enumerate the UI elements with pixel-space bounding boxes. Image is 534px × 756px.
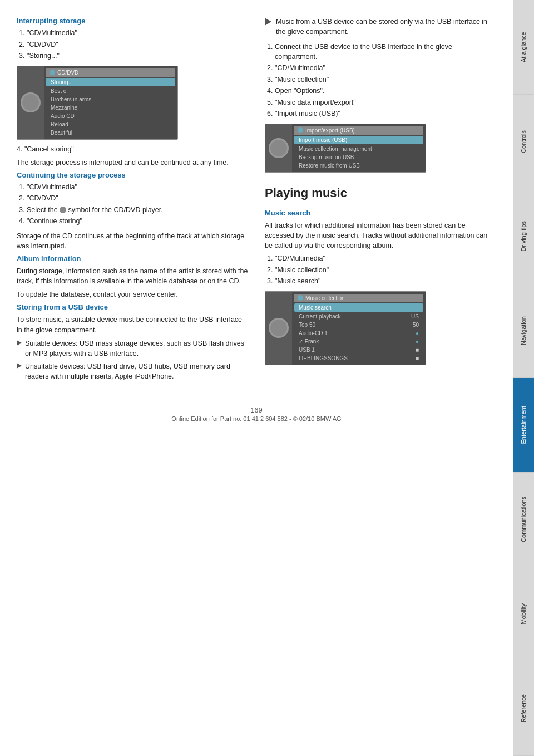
sidebar: At a glanceControlsDriving tipsNavigatio…	[513, 0, 534, 756]
sidebar-tab-driving-tips[interactable]: Driving tips	[513, 189, 534, 284]
dvd-item-2: Brothers in arms	[46, 95, 175, 104]
usb-right-steps: Connect the USB device to the USB interf…	[265, 42, 496, 119]
disc-graphic	[269, 138, 289, 158]
list-item: "Music data import/export"	[275, 98, 496, 108]
cd-symbol-icon	[60, 207, 66, 213]
sidebar-tab-reference[interactable]: Reference	[513, 661, 534, 756]
usb-para1: To store music, a suitable device must b…	[17, 315, 248, 335]
bullet-triangle-icon	[17, 363, 22, 369]
edition-text: Online Edition for Part no. 01 41 2 604 …	[17, 415, 496, 422]
list-item: "Import music (USB)"	[275, 109, 496, 119]
music-item-0: Music search	[294, 303, 423, 312]
dvd-title-text: CD/DVD	[57, 70, 78, 76]
dvd-screen-image: CD/DVD Storing... Best of Brothers in ar…	[17, 66, 178, 140]
import-item-0: Import music (USB)	[294, 136, 423, 144]
list-item: Open "Options".	[275, 86, 496, 96]
import-menu-area: Import/export (USB) Import music (USB) M…	[292, 124, 426, 172]
continuing-note: Storage of the CD continues at the begin…	[17, 231, 248, 251]
disc-side	[265, 124, 292, 172]
dvd-item-3: Mezzanine	[46, 104, 175, 112]
album-para2: To update the database, contact your ser…	[17, 289, 248, 300]
note-triangle-icon	[265, 18, 271, 26]
dvd-item-4: Audio CD	[46, 112, 175, 120]
dvd-item-1: Best of	[46, 87, 175, 95]
album-heading: Album information	[17, 254, 248, 263]
list-item: "Continue storing"	[27, 217, 248, 227]
step4-label: 4. "Cancel storing"	[17, 144, 248, 154]
music-title-text: Music collection	[305, 295, 345, 301]
playing-music-heading: Playing music	[265, 186, 496, 203]
dvd-item-6: Beautiful	[46, 129, 175, 137]
music-title-bar: Music collection	[294, 294, 423, 302]
usb-heading: Storing from a USB device	[17, 303, 248, 311]
import-title-text: Import/export (USB)	[305, 127, 355, 134]
dvd-menu-area: CD/DVD Storing... Best of Brothers in ar…	[44, 66, 177, 139]
interrupting-steps: "CD/Multimedia" "CD/DVD" "Storing..."	[17, 28, 248, 61]
music-item-6: LIEBLINGSSONGS ■	[294, 354, 423, 362]
note-text: Music from a USB device can be stored on…	[276, 17, 496, 37]
list-item: "CD/DVD"	[27, 194, 248, 204]
import-icon	[298, 127, 303, 133]
page-number: 169	[17, 406, 496, 414]
sidebar-tab-mobility[interactable]: Mobility	[513, 567, 534, 662]
list-item: Select the symbol for the CD/DVD player.	[27, 205, 248, 215]
dvd-title-bar: CD/DVD	[46, 68, 175, 77]
usb-bullet-2: Unsuitable devices: USB hard drive, USB …	[17, 361, 248, 381]
music-search-section: Music search All tracks for which additi…	[265, 209, 496, 365]
dvd-icon	[50, 70, 55, 75]
interrupting-note: The storage process is interrupted and c…	[17, 158, 248, 168]
music-item-3: Audio-CD 1 ●	[294, 329, 423, 337]
list-item: "Storing..."	[27, 51, 248, 61]
usb-note-box: Music from a USB device can be stored on…	[265, 17, 496, 37]
usb-bullet-1: Suitable devices: USB mass storage devic…	[17, 338, 248, 359]
import-title-bar: Import/export (USB)	[294, 126, 423, 135]
music-icon	[298, 295, 303, 301]
bullet-triangle-icon	[17, 340, 22, 346]
import-screen-image: Import/export (USB) Import music (USB) M…	[265, 124, 426, 173]
list-item: Connect the USB device to the USB interf…	[275, 42, 496, 62]
music-search-steps: "CD/Multimedia" "Music collection" "Musi…	[265, 254, 496, 287]
interrupting-section: Interrupting storage "CD/Multimedia" "CD…	[17, 17, 248, 168]
disc-graphic	[269, 318, 289, 338]
music-item-4: ✓ Frank ●	[294, 337, 423, 346]
music-screen-image: Music collection Music search Current pl…	[265, 291, 426, 365]
sidebar-tab-communications[interactable]: Communications	[513, 473, 534, 567]
sidebar-tab-at-a-glance[interactable]: At a glance	[513, 0, 534, 95]
sidebar-tab-navigation[interactable]: Navigation	[513, 283, 534, 378]
continuing-steps: "CD/Multimedia" "CD/DVD" Select the symb…	[17, 183, 248, 227]
dvd-item-5: Reload	[46, 120, 175, 129]
main-content: Interrupting storage "CD/Multimedia" "CD…	[0, 0, 513, 756]
list-item: "Music collection"	[275, 75, 496, 85]
right-column: Music from a USB device can be stored on…	[265, 17, 496, 384]
album-section: Album information During storage, inform…	[17, 254, 248, 300]
list-item: "CD/Multimedia"	[27, 28, 248, 38]
left-column: Interrupting storage "CD/Multimedia" "CD…	[17, 17, 248, 384]
list-item: "Music search"	[275, 277, 496, 287]
list-item: "Music collection"	[275, 266, 496, 276]
music-item-5: USB 1 ■	[294, 346, 423, 354]
page-footer: 169 Online Edition for Part no. 01 41 2 …	[17, 401, 496, 422]
two-column-layout: Interrupting storage "CD/Multimedia" "CD…	[17, 17, 496, 384]
list-item: "CD/DVD"	[27, 40, 248, 50]
music-search-para: All tracks for which additional informat…	[265, 220, 496, 251]
continuing-section: Continuing the storage process "CD/Multi…	[17, 171, 248, 251]
interrupting-heading: Interrupting storage	[17, 17, 248, 25]
album-para1: During storage, information such as the …	[17, 266, 248, 286]
usb-section: Storing from a USB device To store music…	[17, 303, 248, 381]
import-item-2: Backup music on USB	[294, 153, 423, 161]
dvd-item-0: Storing...	[46, 78, 175, 86]
import-item-3: Restore music from USB	[294, 161, 423, 170]
music-item-2: Top 50 50	[294, 321, 423, 329]
music-item-1: Current playback US	[294, 312, 423, 321]
list-item: "CD/Multimedia"	[275, 63, 496, 73]
list-item: "CD/Multimedia"	[275, 254, 496, 264]
sidebar-tab-controls[interactable]: Controls	[513, 95, 534, 189]
import-item-1: Music collection management	[294, 145, 423, 153]
music-menu-area: Music collection Music search Current pl…	[292, 292, 426, 365]
sidebar-tab-entertainment[interactable]: Entertainment	[513, 378, 534, 473]
continuing-heading: Continuing the storage process	[17, 171, 248, 179]
disc-side	[17, 66, 44, 139]
disc-graphic	[21, 92, 41, 112]
disc-side	[265, 292, 292, 365]
music-search-heading: Music search	[265, 209, 496, 217]
